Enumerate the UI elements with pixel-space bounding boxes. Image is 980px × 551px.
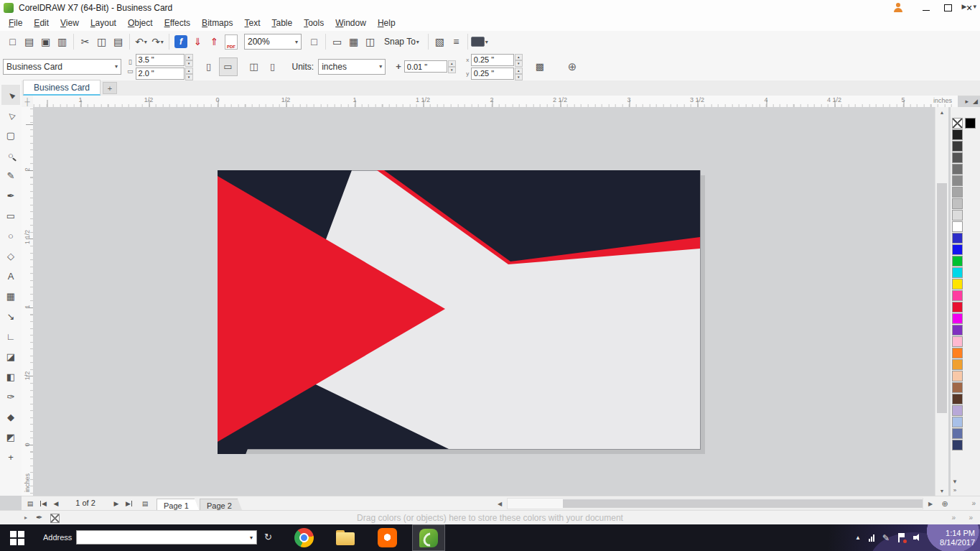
menu-tools[interactable]: Tools: [298, 15, 330, 31]
coreldraw-taskbar-button[interactable]: [412, 524, 445, 551]
spin-down-icon[interactable]: [515, 74, 523, 80]
color-swatch[interactable]: [952, 371, 963, 381]
menu-window[interactable]: Window: [330, 15, 372, 31]
welcome-screen-button[interactable]: ▾: [471, 33, 488, 50]
add-page-button[interactable]: ▤: [139, 498, 151, 509]
color-swatch[interactable]: [952, 244, 963, 255]
color-swatch[interactable]: [952, 256, 963, 267]
outline-pen-icon[interactable]: ✒: [36, 513, 42, 522]
show-grid-button[interactable]: ▦: [345, 33, 362, 50]
page-height-input[interactable]: 2.0 ": [136, 68, 185, 80]
taskbar-clock[interactable]: 1:14 PM 8/14/2017: [930, 529, 975, 547]
refresh-icon[interactable]: ↻: [264, 532, 272, 542]
titlebar[interactable]: CorelDRAW X7 (64-Bit) - Business Card ×: [0, 0, 980, 16]
small-right-icon[interactable]: ▸: [966, 98, 969, 105]
nudge-distance-input[interactable]: 0.01 ": [404, 60, 447, 73]
next-page-button[interactable]: ▶: [111, 498, 122, 509]
color-swatch[interactable]: [952, 428, 963, 439]
menu-edit[interactable]: Edit: [28, 15, 55, 31]
add-frame-icon[interactable]: ⊕: [568, 60, 577, 73]
color-swatch[interactable]: [952, 164, 963, 175]
chevrons-icon[interactable]: »: [951, 514, 956, 522]
volume-icon[interactable]: [913, 534, 923, 542]
interactive-fill-tool[interactable]: ◆: [1, 407, 20, 427]
small-right-icon[interactable]: ▸: [24, 514, 27, 521]
transparency-tool[interactable]: ◧: [1, 366, 20, 386]
resize-grip-icon[interactable]: ◢: [973, 98, 978, 105]
page-width-spinner[interactable]: [185, 54, 193, 66]
show-rulers-button[interactable]: ▭: [329, 33, 345, 50]
connector-tool[interactable]: ∟: [1, 326, 20, 346]
duplicate-x-input[interactable]: 0.25 ": [471, 54, 514, 66]
address-input[interactable]: ▾: [76, 530, 257, 545]
duplicate-y-spinner[interactable]: [515, 68, 523, 80]
menu-table[interactable]: Table: [266, 15, 298, 31]
last-page-button[interactable]: ▶: [123, 498, 135, 509]
chevrons-icon[interactable]: »: [969, 514, 973, 522]
menu-effects[interactable]: Effects: [159, 15, 196, 31]
file-explorer-taskbar-button[interactable]: [329, 524, 362, 551]
search-content-button[interactable]: f: [174, 35, 187, 48]
new-button[interactable]: □: [4, 33, 21, 50]
current-page-button[interactable]: ▯: [264, 58, 281, 75]
menu-help[interactable]: Help: [372, 15, 401, 31]
export-button[interactable]: ⇑: [206, 33, 223, 50]
duplicate-x-spinner[interactable]: [515, 54, 523, 66]
drop-shadow-tool[interactable]: ◪: [1, 346, 20, 366]
menu-bitmaps[interactable]: Bitmaps: [196, 15, 238, 31]
snap-to-button[interactable]: Snap To ▾: [378, 33, 425, 50]
chevrons-icon[interactable]: »: [971, 499, 976, 507]
spin-down-icon[interactable]: [515, 60, 523, 67]
color-swatch[interactable]: [952, 336, 963, 347]
page-settings-button[interactable]: ▤: [24, 498, 36, 509]
vertical-scrollbar[interactable]: ▲ ▼: [935, 107, 948, 496]
chevron-down-icon[interactable]: ▾: [250, 534, 253, 541]
text-tool[interactable]: A: [1, 266, 20, 286]
units-select[interactable]: inches ▾: [318, 59, 386, 75]
spin-down-icon[interactable]: [185, 74, 193, 80]
previous-page-button[interactable]: ◀: [50, 498, 62, 509]
account-icon[interactable]: [892, 2, 904, 13]
palette-flyout-icon[interactable]: »: [953, 487, 956, 494]
page-width-input[interactable]: 3.5 ": [136, 54, 185, 66]
menu-layout[interactable]: Layout: [85, 15, 122, 31]
color-swatch[interactable]: [952, 382, 963, 393]
document-tab-business-card[interactable]: Business Card: [23, 80, 101, 96]
spin-up-icon[interactable]: [515, 54, 523, 60]
color-eyedropper-tool[interactable]: ✑: [1, 386, 20, 407]
orange-app-taskbar-button[interactable]: [370, 524, 403, 551]
page-height-spinner[interactable]: [185, 68, 193, 80]
chrome-taskbar-button[interactable]: [287, 524, 320, 551]
color-swatch[interactable]: [952, 175, 963, 186]
table-tool[interactable]: ▦: [1, 286, 20, 306]
cut-button[interactable]: ✂: [77, 33, 93, 50]
page-preset-select[interactable]: Business Card ▾: [3, 59, 121, 75]
horizontal-scrollbar[interactable]: [507, 498, 923, 509]
chevron-down-icon[interactable]: ▾: [161, 39, 164, 45]
business-card-page[interactable]: [218, 170, 705, 454]
portrait-button[interactable]: ▯: [200, 58, 218, 75]
show-hidden-icons-button[interactable]: ▲: [855, 534, 861, 541]
redo-button[interactable]: ↷▾: [149, 33, 166, 50]
color-swatch[interactable]: [952, 290, 963, 301]
scroll-up-button[interactable]: ▲: [935, 107, 948, 117]
no-color-swatch[interactable]: [952, 118, 963, 129]
crop-tool[interactable]: ▢: [1, 125, 20, 145]
zoom-tool[interactable]: ○: [1, 145, 20, 165]
color-swatch[interactable]: [952, 279, 963, 290]
color-swatch[interactable]: [952, 394, 963, 404]
network-signal-icon[interactable]: [869, 534, 874, 542]
duplicate-y-input[interactable]: 0.25 ": [471, 68, 514, 80]
color-swatch[interactable]: [952, 233, 963, 244]
copy-button[interactable]: ◫: [93, 33, 110, 50]
options-button[interactable]: ▧: [431, 33, 448, 50]
freehand-tool[interactable]: ✎: [1, 165, 20, 185]
action-center-flag-icon[interactable]: [897, 533, 905, 542]
color-swatch[interactable]: [952, 210, 963, 221]
zoom-in-button[interactable]: ⊕: [939, 498, 951, 509]
dimension-tool[interactable]: ↘: [1, 306, 20, 326]
spin-up-icon[interactable]: [515, 68, 523, 74]
color-swatch[interactable]: [952, 302, 963, 312]
undo-button[interactable]: ↶▾: [133, 33, 149, 50]
color-swatch[interactable]: [952, 267, 963, 278]
